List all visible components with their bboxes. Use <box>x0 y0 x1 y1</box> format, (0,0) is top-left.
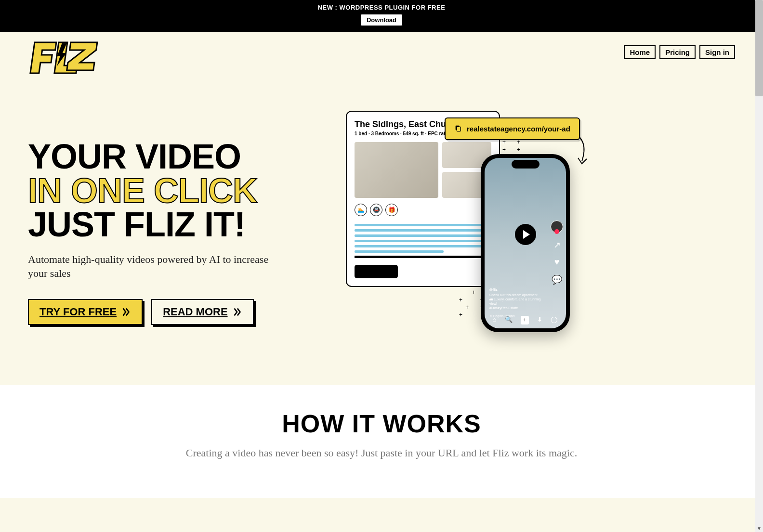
hero-subtitle: Automate high-quality videos powered by … <box>28 252 288 281</box>
text-line <box>355 250 444 253</box>
text-line <box>355 240 491 242</box>
try-free-label: TRY FOR FREE <box>39 306 117 318</box>
hero-title-line2: IN ONE CLICK <box>28 174 322 208</box>
comment-icon: 💬 <box>552 274 562 285</box>
listing-image-main <box>355 142 438 198</box>
download-button[interactable]: Download <box>360 14 403 26</box>
text-line <box>355 234 491 237</box>
share-icon: ↗ <box>552 240 562 250</box>
caption-line: Check out this dream apartment <box>489 293 547 297</box>
phone-caption: @fliz Check out this dream apartment 🏙 L… <box>489 287 547 310</box>
phone-screen: ↗ ♥ 💬 @fliz Check out this dream apartme… <box>485 158 566 328</box>
hero-section: YOUR VIDEO IN ONE CLICK JUST FLIZ IT! Au… <box>0 82 763 385</box>
url-chip: realestateagency.com/your-ad <box>445 117 580 140</box>
play-icon <box>515 224 536 245</box>
hero-title-line3: JUST FLIZ IT! <box>28 208 322 242</box>
caption-line: 🏙 Luxury, comfort, and a stunning view! <box>489 297 547 306</box>
phone-bottom-nav: ⌂ 🔍 + ⬇ ◯ <box>485 314 566 326</box>
text-line <box>355 224 491 226</box>
add-icon: + <box>521 316 529 324</box>
plus-decoration: + ++ + <box>502 139 525 154</box>
banner-text: NEW : WORDPRESS PLUGIN FOR FREE <box>0 4 763 11</box>
search-icon: 🔍 <box>505 316 513 324</box>
hero-title: YOUR VIDEO IN ONE CLICK JUST FLIZ IT! <box>28 140 322 242</box>
scrollbar[interactable]: ▲ ▼ <box>755 0 763 498</box>
home-icon: ⌂ <box>493 316 497 324</box>
hero-title-line1: YOUR VIDEO <box>28 140 322 174</box>
chevron-right-icon <box>120 307 131 317</box>
heart-icon: ♥ <box>552 257 562 268</box>
read-more-label: READ MORE <box>163 306 227 318</box>
svg-rect-1 <box>457 127 460 131</box>
how-subtitle: Creating a video has never been so easy!… <box>0 447 763 459</box>
caption-user: @fliz <box>489 287 547 292</box>
how-title: HOW IT WORKS <box>0 409 763 438</box>
hero-illustration: The Sidings, East Church 1 bed · 3 Bedro… <box>336 106 735 347</box>
hero-content: YOUR VIDEO IN ONE CLICK JUST FLIZ IT! Au… <box>28 106 322 347</box>
scrollbar-thumb[interactable] <box>755 0 763 96</box>
copy-icon <box>454 124 462 133</box>
listing-cta-placeholder <box>355 265 398 278</box>
text-line-dark <box>355 256 491 258</box>
text-line <box>355 245 491 247</box>
profile-icon: ◯ <box>551 316 558 324</box>
how-it-works-section: HOW IT WORKS Creating a video has never … <box>0 385 763 498</box>
phone-side-actions: ↗ ♥ 💬 <box>551 221 563 285</box>
phone-notch <box>512 160 539 169</box>
nav-signin[interactable]: Sign in <box>699 45 735 59</box>
pool-icon: 🏊 <box>355 204 367 216</box>
main-nav: Home Pricing Sign in <box>624 45 735 59</box>
promo-banner: NEW : WORDPRESS PLUGIN FOR FREE Download <box>0 0 763 32</box>
inbox-icon: ⬇ <box>537 316 542 324</box>
nav-home[interactable]: Home <box>624 45 656 59</box>
transit-icon: 🚇 <box>370 204 382 216</box>
fliz-logo[interactable] <box>28 39 98 82</box>
header: Home Pricing Sign in <box>0 32 763 82</box>
listing-description-placeholder <box>355 224 491 258</box>
text-line <box>355 229 491 232</box>
read-more-button[interactable]: READ MORE <box>151 299 253 325</box>
try-free-button[interactable]: TRY FOR FREE <box>28 299 143 325</box>
listing-amenities: 🏊 🚇 🎁 <box>355 204 491 216</box>
gift-icon: 🎁 <box>385 204 398 216</box>
nav-pricing[interactable]: Pricing <box>659 45 696 59</box>
avatar-icon <box>551 221 563 233</box>
chevron-right-icon <box>232 307 242 317</box>
listing-images <box>355 142 491 198</box>
caption-line: #LuxuryRealEstate <box>489 306 547 310</box>
hero-buttons: TRY FOR FREE READ MORE <box>28 299 322 325</box>
url-text: realestateagency.com/your-ad <box>467 125 570 133</box>
phone-mockup: ↗ ♥ 💬 @fliz Check out this dream apartme… <box>481 154 570 332</box>
